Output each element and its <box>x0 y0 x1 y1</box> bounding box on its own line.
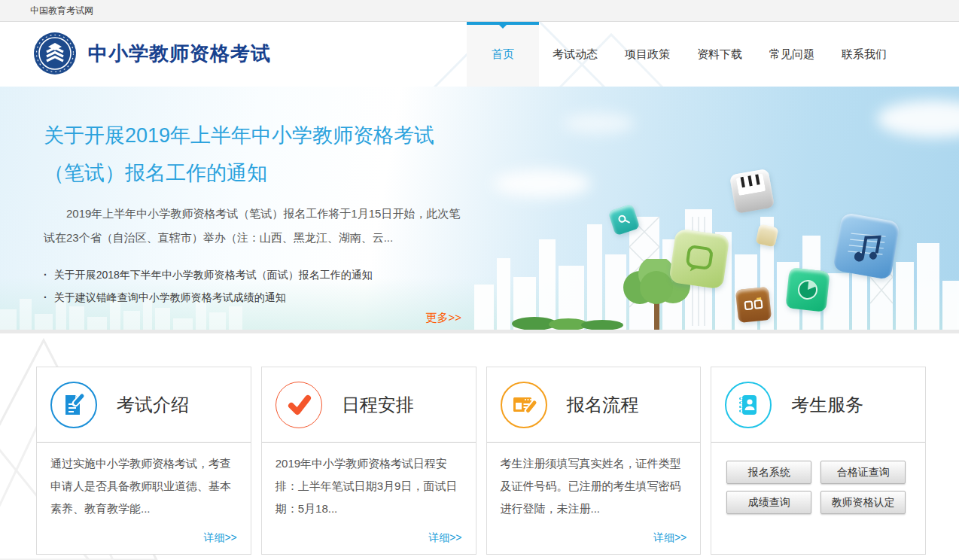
cloud-shape <box>493 169 591 198</box>
news-list-item[interactable]: 关于开展2018年下半年中小学教师资格考试（面试）报名工作的通知 <box>44 263 440 286</box>
cube-plain-icon <box>756 224 779 248</box>
topbar: 中国教育考试网 <box>0 0 959 22</box>
card-title: 考试介绍 <box>117 393 189 417</box>
news-list-item[interactable]: 关于建议错峰查询中小学教师资格考试成绩的通知 <box>44 286 440 309</box>
nav-label: 首页 <box>492 47 514 60</box>
cube-music-note-icon <box>833 212 900 280</box>
card-schedule: 日程安排 2019年中小学教师资格考试日程安排：上半年笔试日期3月9日，面试日期… <box>261 367 476 555</box>
hero-bottom-strip <box>0 330 959 333</box>
card-title: 考生服务 <box>791 393 863 417</box>
detail-link[interactable]: 详细>> <box>653 531 687 545</box>
nav-label: 联系我们 <box>842 47 887 60</box>
document-pen-icon <box>50 382 97 428</box>
logo-seal-icon <box>33 32 77 75</box>
nav-item-home[interactable]: 首页 <box>467 22 539 87</box>
service-buttons: 报名系统 合格证查询 成绩查询 教师资格认定 <box>726 461 925 514</box>
card-title: 日程安排 <box>342 393 414 417</box>
card-head: 考试介绍 <box>37 367 251 442</box>
cube-pie-chart-icon <box>785 267 830 312</box>
teacher-qualification-button[interactable]: 教师资格认定 <box>820 491 906 514</box>
card-candidate-services: 考生服务 报名系统 合格证查询 成绩查询 教师资格认定 <box>711 367 926 555</box>
nav-label: 常见问题 <box>769 47 814 60</box>
card-head: 考生服务 <box>711 367 925 442</box>
card-exam-introduction: 考试介绍 通过实施中小学教师资格考试，考查申请人是否具备教师职业道德、基本素养、… <box>36 367 251 555</box>
detail-link[interactable]: 详细>> <box>428 531 461 545</box>
cube-calendar-icon <box>735 287 772 323</box>
detail-link[interactable]: 详细>> <box>203 531 236 545</box>
nav-item-downloads[interactable]: 资料下载 <box>683 22 756 87</box>
brand: 中小学教师资格考试 <box>33 32 271 75</box>
card-title: 报名流程 <box>567 393 639 417</box>
header: 中小学教师资格考试 首页 考试动态 项目政策 资料下载 常见问题 联系我们 <box>0 22 959 87</box>
nav-label: 项目政策 <box>625 47 670 60</box>
info-cards: 考试介绍 通过实施中小学教师资格考试，考查申请人是否具备教师职业道德、基本素养、… <box>36 367 926 555</box>
contact-book-icon <box>725 382 772 428</box>
nav-label: 资料下载 <box>697 47 742 60</box>
score-query-button[interactable]: 成绩查询 <box>726 491 811 514</box>
card-text: 通过实施中小学教师资格考试，考查申请人是否具备教师职业道德、基本素养、教育教学能… <box>37 443 251 520</box>
main-nav: 首页 考试动态 项目政策 资料下载 常见问题 联系我们 <box>467 22 900 87</box>
nav-label: 考试动态 <box>553 47 598 60</box>
card-head: 日程安排 <box>262 367 476 442</box>
card-text: 考生注册须填写真实姓名，证件类型及证件号码。已注册的考生填写密码进行登陆，未注册… <box>487 443 701 520</box>
signup-system-button[interactable]: 报名系统 <box>726 461 811 484</box>
announcement-title[interactable]: 关于开展2019年上半年中小学教师资格考试（笔试）报名工作的通知 <box>44 117 440 192</box>
cloud-shape <box>877 100 959 138</box>
cloud-shape <box>563 113 635 134</box>
cube-speech-bubble-icon <box>668 228 729 289</box>
announcement-summary: 2019年上半年中小学教师资格考试（笔试）报名工作将于1月15日开始，此次笔试在… <box>44 202 467 250</box>
page: 中国教育考试网 中小学教师资格考试 首页 考试动态 <box>0 0 959 560</box>
card-registration-process: 报名流程 考生注册须填写真实姓名，证件类型及证件号码。已注册的考生填写密码进行登… <box>486 367 702 555</box>
nav-item-exam-news[interactable]: 考试动态 <box>539 22 611 87</box>
nav-item-project-policy[interactable]: 项目政策 <box>611 22 683 87</box>
nav-item-contact[interactable]: 联系我们 <box>828 22 900 87</box>
card-divider <box>711 442 925 443</box>
card-head: 报名流程 <box>487 367 701 442</box>
hero-content: 关于开展2019年上半年中小学教师资格考试（笔试）报名工作的通知 2019年上半… <box>0 87 440 325</box>
hero-banner: 关于开展2019年上半年中小学教师资格考试（笔试）报名工作的通知 2019年上半… <box>0 87 959 333</box>
cube-search-icon <box>608 204 641 236</box>
checkmark-icon <box>276 382 322 428</box>
news-list: 关于开展2018年下半年中小学教师资格考试（面试）报名工作的通知 关于建议错峰查… <box>44 263 440 309</box>
more-link[interactable]: 更多>> <box>44 311 461 325</box>
site-name: 中国教育考试网 <box>30 0 93 21</box>
cube-piano-icon <box>729 169 775 214</box>
active-tab-indicator <box>467 22 539 25</box>
form-pen-icon <box>501 382 547 428</box>
nav-item-faq[interactable]: 常见问题 <box>756 22 828 87</box>
brand-title: 中小学教师资格考试 <box>88 41 271 67</box>
certificate-query-button[interactable]: 合格证查询 <box>820 461 906 484</box>
card-text: 2019年中小学教师资格考试日程安排：上半年笔试日期3月9日，面试日期：5月18… <box>262 443 476 520</box>
